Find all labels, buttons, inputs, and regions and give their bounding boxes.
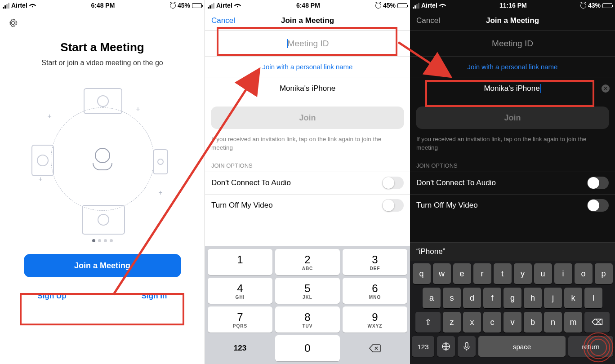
signal-icon (413, 3, 419, 9)
key-z[interactable]: z (443, 312, 461, 333)
key-switch-alpha[interactable]: 123 (208, 335, 272, 361)
nav-header: Cancel Join a Meeting (410, 11, 615, 31)
display-name-input[interactable]: Monika's iPhone ✕ (410, 77, 615, 100)
page-subtitle: Start or join a video meeting on the go (0, 59, 205, 67)
svg-rect-1 (465, 342, 468, 347)
join-button[interactable]: Join (416, 107, 609, 129)
key-f[interactable]: f (483, 288, 501, 308)
key-5[interactable]: 5JKL (275, 278, 340, 304)
key-l[interactable]: l (584, 288, 602, 308)
key-n[interactable]: n (544, 312, 562, 333)
meeting-id-placeholder: Meeting ID (288, 39, 329, 49)
mic-icon (463, 342, 470, 351)
key-d[interactable]: d (463, 288, 481, 308)
key-backspace[interactable]: ⌫ (584, 312, 610, 333)
svg-point-4 (584, 333, 613, 362)
sign-in-link[interactable]: Sign In (142, 292, 167, 301)
join-button[interactable]: Join (211, 107, 404, 129)
key-w[interactable]: w (433, 263, 451, 284)
meeting-id-input[interactable]: Meeting ID (410, 31, 615, 57)
key-6[interactable]: 6MNO (343, 278, 407, 304)
battery-icon (602, 3, 612, 8)
key-space[interactable]: space (478, 336, 566, 357)
screen-start-meeting: Airtel 6:48 PM 45% Start a Meeting Start… (0, 0, 205, 364)
gear-icon[interactable] (8, 18, 18, 28)
key-b[interactable]: b (524, 312, 542, 333)
wifi-icon (234, 3, 241, 8)
status-time: 11:16 PM (499, 2, 527, 9)
meeting-id-placeholder: Meeting ID (492, 39, 533, 49)
cancel-button[interactable]: Cancel (211, 16, 235, 25)
status-time: 6:48 PM (91, 2, 115, 9)
alarm-icon (580, 3, 586, 9)
status-bar: Airtel 6:48 PM 45% (205, 0, 410, 11)
svg-point-6 (590, 339, 606, 355)
key-9[interactable]: 9WXYZ (343, 306, 407, 333)
key-o[interactable]: o (575, 263, 593, 284)
key-1[interactable]: 1 (208, 249, 272, 275)
battery-icon (397, 3, 407, 8)
nav-title: Join a Meeting (486, 16, 539, 25)
key-backspace[interactable] (343, 335, 407, 361)
key-h[interactable]: h (524, 288, 542, 308)
key-g[interactable]: g (504, 288, 521, 308)
key-numswitch[interactable]: 123 (412, 336, 434, 357)
key-q[interactable]: q (413, 263, 431, 284)
alarm-icon (170, 3, 176, 9)
backspace-icon (369, 344, 381, 353)
key-s[interactable]: s (443, 288, 461, 308)
option-no-audio-label: Don't Connect To Audio (416, 178, 496, 187)
carrier-label: Airtel (216, 2, 232, 9)
join-meeting-button[interactable]: Join a Meeting (24, 254, 181, 277)
key-shift[interactable]: ⇧ (415, 312, 441, 333)
option-no-video-label: Turn Off My Video (211, 201, 273, 210)
personal-link-name[interactable]: Join with a personal link name (410, 57, 615, 77)
key-r[interactable]: r (473, 263, 491, 284)
toggle-no-audio[interactable] (382, 177, 404, 189)
display-name-input[interactable]: Monika's iPhone (205, 77, 410, 100)
toggle-no-video[interactable] (382, 199, 404, 212)
page-title: Start a Meeting (0, 40, 205, 54)
key-2[interactable]: 2ABC (275, 249, 340, 275)
toggle-no-audio[interactable] (587, 177, 609, 189)
globe-icon (441, 342, 450, 351)
display-name-value: Monika's iPhone (484, 84, 539, 93)
key-p[interactable]: p (595, 263, 613, 284)
sign-up-link[interactable]: Sign Up (38, 292, 67, 301)
onboarding-illustration: + + + + (0, 85, 205, 233)
key-u[interactable]: u (534, 263, 552, 284)
option-no-audio: Don't Connect To Audio (205, 172, 410, 194)
meeting-id-input[interactable]: Meeting ID (205, 31, 410, 57)
key-0[interactable]: 0 (275, 335, 340, 361)
toggle-no-video[interactable] (587, 199, 609, 212)
key-7[interactable]: 7PQRS (208, 306, 272, 333)
key-8[interactable]: 8TUV (275, 306, 340, 333)
key-globe[interactable] (437, 336, 455, 357)
key-y[interactable]: y (514, 263, 532, 284)
keyboard-suggestion[interactable]: “iPhone” (410, 242, 615, 261)
key-m[interactable]: m (564, 312, 582, 333)
key-mic[interactable] (458, 336, 476, 357)
invitation-hint: If you received an invitation link, tap … (205, 135, 410, 157)
signal-icon (208, 3, 214, 9)
key-e[interactable]: e (453, 263, 471, 284)
key-a[interactable]: a (423, 288, 441, 308)
clear-icon[interactable]: ✕ (602, 84, 610, 93)
key-k[interactable]: k (564, 288, 582, 308)
key-x[interactable]: x (463, 312, 481, 333)
key-v[interactable]: v (504, 312, 521, 333)
personal-link-name[interactable]: Join with a personal link name (205, 57, 410, 77)
wifi-icon (439, 3, 446, 8)
cancel-button[interactable]: Cancel (416, 16, 440, 25)
key-4[interactable]: 4GHI (208, 278, 272, 304)
key-j[interactable]: j (544, 288, 562, 308)
key-c[interactable]: c (483, 312, 501, 333)
key-3[interactable]: 3DEF (343, 249, 407, 275)
key-i[interactable]: i (554, 263, 572, 284)
page-indicator (0, 236, 205, 244)
display-name-value: Monika's iPhone (280, 84, 335, 93)
status-bar: Airtel 6:48 PM 45% (0, 0, 205, 11)
battery-percent: 45% (383, 2, 396, 9)
key-t[interactable]: t (494, 263, 512, 284)
status-time: 6:48 PM (296, 2, 320, 9)
